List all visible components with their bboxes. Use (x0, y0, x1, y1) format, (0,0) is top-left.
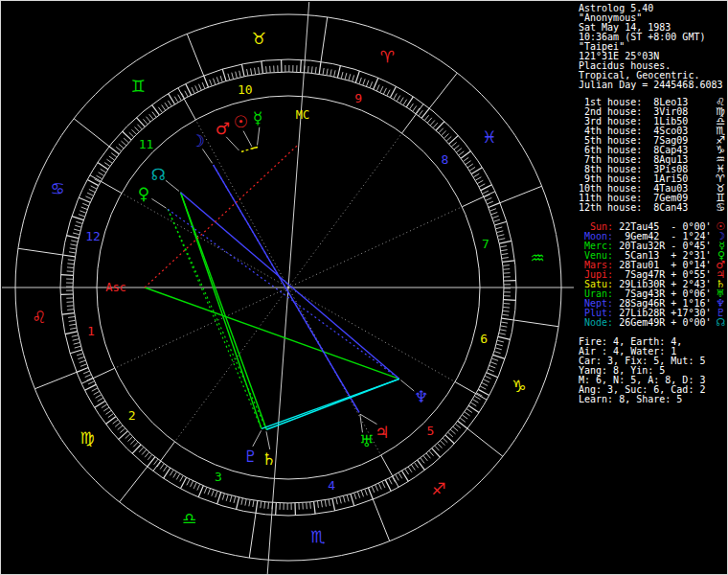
wheel-planet-uranus: ♅ (359, 431, 374, 450)
aspect-asc-mc (145, 144, 299, 288)
planet-icon: ☊ (716, 317, 725, 328)
sign-glyph-pisces: ♓ (482, 127, 496, 147)
wheel-planet-neptune: ♆ (414, 387, 428, 406)
aspect-pluto-neptune (262, 379, 399, 428)
daily-motion: + 0°00' (671, 317, 711, 328)
natal-chart-wheel: ♈♉♊♋♌♍♎♏♐♑♒♓123456789101112☉☽☿♀♂♃♄♅♆♇☊As… (1, 1, 576, 575)
house-number-8: 8 (441, 152, 448, 167)
sign-glyph-cancer: ♋ (51, 179, 65, 198)
aspect-node-neptune (180, 193, 398, 380)
tally-learn-share: Learn: 8, Share: 5 (579, 395, 726, 404)
info-panel: Astrolog 5.40 "Anonymous" Sat May 14, 19… (579, 4, 726, 404)
wheel-planet-moon: ☽ (191, 131, 205, 150)
house-number-10: 10 (238, 82, 253, 97)
aspect-node-saturn (180, 193, 266, 429)
sign-glyph-taurus: ♉ (251, 29, 265, 48)
house-number-12: 12 (85, 229, 101, 243)
wheel-planet-pluto: ♇ (243, 447, 258, 466)
aspect-sun-mars (239, 149, 252, 152)
house-cusp-text: 12th house: 8Can43 (579, 202, 688, 213)
wheel-planet-sun: ☉ (234, 112, 248, 131)
house-cusp-list: 1st house: 8Leo13♌ 2nd house: 3Vir08♍ 3r… (579, 98, 726, 213)
label-asc: Asc (105, 281, 126, 294)
chart-header: Astrolog 5.40 "Anonymous" Sat May 14, 19… (579, 4, 726, 90)
sign-glyph-libra: ♎ (182, 509, 196, 528)
house-number-11: 11 (139, 137, 154, 151)
sign-glyph-aries: ♈ (380, 47, 395, 66)
planet-position-list: Sun: 22Tau45 - 0°00'☉ Moon: 9Gem42 - 1°2… (579, 222, 726, 328)
planet-position: 26Gem49 (619, 317, 659, 328)
planet-glyphs: ☉☽☿♀♂♃♄♅♆♇☊ (138, 108, 429, 469)
wheel-planet-jupiter: ♃ (375, 423, 389, 442)
sign-glyph-leo: ♌ (32, 308, 46, 327)
house-number-4: 4 (328, 478, 335, 493)
planet-pointer-lines (151, 127, 414, 449)
house-number-9: 9 (354, 91, 362, 105)
sign-glyph-capricorn: ♑ (512, 377, 526, 396)
aspect-venus-pluto (168, 209, 262, 428)
wheel-planet-mercury: ☿ (253, 108, 262, 127)
label-mc: MC (296, 108, 309, 122)
planet-row-node: Node: 26Gem49R + 0°00'☊ (579, 318, 726, 328)
sign-glyph-sagittarius: ♐ (431, 479, 445, 498)
sign-glyph-virgo: ♍ (80, 428, 95, 448)
house-number-6: 6 (480, 332, 488, 346)
angle-axes (2, 2, 574, 574)
house-number-3: 3 (215, 470, 222, 484)
house-number-1: 1 (87, 324, 95, 338)
house-row-12: 12th house: 8Can43♋ (579, 203, 726, 213)
house-number-5: 5 (427, 424, 435, 438)
aspect-moon-uranus (214, 165, 359, 412)
zodiac-sign-icon: ♋ (716, 202, 725, 213)
aspect-moon-jupiter (214, 165, 359, 412)
aspect-asc-neptune (145, 288, 399, 379)
aspect-venus-saturn (168, 209, 266, 429)
house-number-2: 2 (128, 408, 136, 423)
retrograde-flag: R (659, 317, 671, 328)
sign-glyph-scorpio: ♏ (310, 527, 325, 546)
wheel-planet-saturn: ♄ (262, 449, 276, 469)
sign-glyph-aquarius: ♒ (531, 248, 545, 267)
house-number-7: 7 (482, 237, 489, 251)
sign-glyph-gemini: ♊ (130, 77, 145, 96)
wheel-planet-venus: ♀ (138, 184, 149, 203)
wheel-planet-node: ☊ (151, 165, 166, 184)
planet-label: Node: (579, 317, 619, 328)
astrolog-window: ♈♉♊♋♌♍♎♏♐♑♒♓123456789101112☉☽☿♀♂♃♄♅♆♇☊As… (0, 0, 728, 575)
julian-day: Julian Day = 2445468.6083 (579, 80, 726, 90)
aspect-node-pluto (180, 193, 262, 429)
element-tally: Fire: 4, Earth: 4, Air : 4, Water: 1 Car… (579, 337, 726, 404)
aspect-lines (145, 144, 399, 429)
wheel-planet-mars: ♂ (216, 119, 230, 138)
